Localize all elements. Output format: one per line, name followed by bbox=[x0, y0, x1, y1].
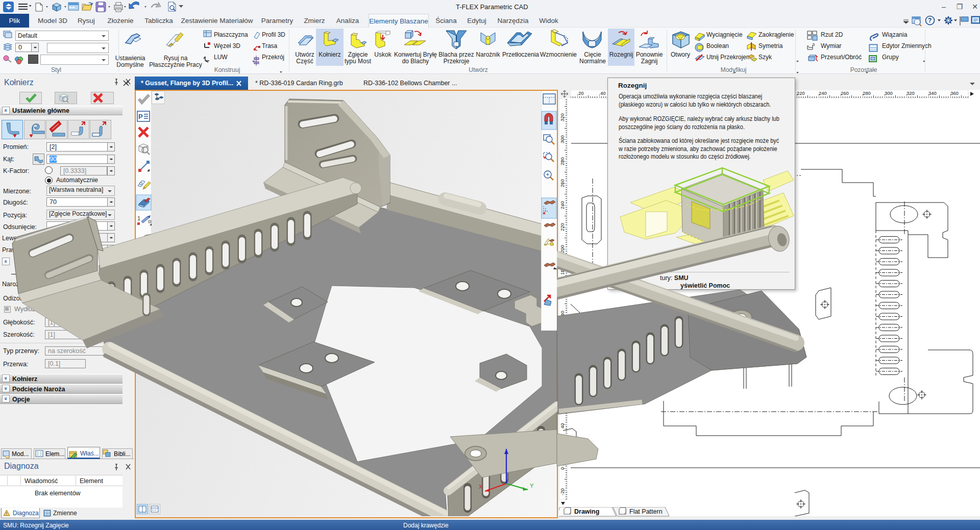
svg-text:1: 1 bbox=[137, 215, 140, 221]
svg-text:60: 60 bbox=[559, 401, 565, 407]
svg-text:-20: -20 bbox=[559, 488, 565, 495]
svg-text:340: 340 bbox=[928, 90, 937, 96]
svg-text:100: 100 bbox=[559, 355, 565, 363]
svg-text:200: 200 bbox=[559, 245, 565, 253]
svg-text:2: 2 bbox=[149, 233, 152, 239]
svg-text:X: X bbox=[479, 484, 483, 490]
svg-text:Drawing: Drawing bbox=[574, 508, 599, 515]
svg-text:40: 40 bbox=[559, 423, 565, 428]
svg-text:40: 40 bbox=[600, 90, 606, 96]
svg-text:360: 360 bbox=[950, 90, 959, 96]
svg-text:280: 280 bbox=[559, 157, 565, 165]
svg-text:0: 0 bbox=[559, 467, 565, 470]
svg-text:!: ! bbox=[6, 511, 8, 516]
svg-text:160: 160 bbox=[559, 289, 565, 297]
svg-text:120: 120 bbox=[559, 333, 565, 341]
svg-text:20: 20 bbox=[559, 445, 565, 450]
svg-text:300: 300 bbox=[559, 135, 565, 143]
svg-text:180: 180 bbox=[559, 267, 565, 275]
svg-text:320: 320 bbox=[906, 90, 915, 96]
svg-text:300: 300 bbox=[885, 90, 893, 96]
svg-text:Flat Pattern: Flat Pattern bbox=[629, 508, 663, 515]
svg-text:220: 220 bbox=[797, 90, 805, 96]
svg-text:240: 240 bbox=[819, 90, 827, 96]
svg-text:?: ? bbox=[928, 17, 932, 24]
svg-text:220: 220 bbox=[559, 223, 565, 231]
svg-text:5: 5 bbox=[813, 42, 815, 47]
svg-text:Y: Y bbox=[530, 483, 534, 489]
svg-text:140: 140 bbox=[559, 311, 565, 319]
svg-text:P: P bbox=[138, 113, 143, 120]
svg-text:240: 240 bbox=[559, 201, 565, 209]
svg-text:260: 260 bbox=[559, 179, 565, 187]
svg-text:280: 280 bbox=[863, 90, 871, 96]
svg-text:260: 260 bbox=[841, 90, 849, 96]
svg-text:20: 20 bbox=[578, 90, 584, 96]
svg-text:80: 80 bbox=[559, 379, 565, 385]
svg-text:320: 320 bbox=[559, 113, 565, 121]
